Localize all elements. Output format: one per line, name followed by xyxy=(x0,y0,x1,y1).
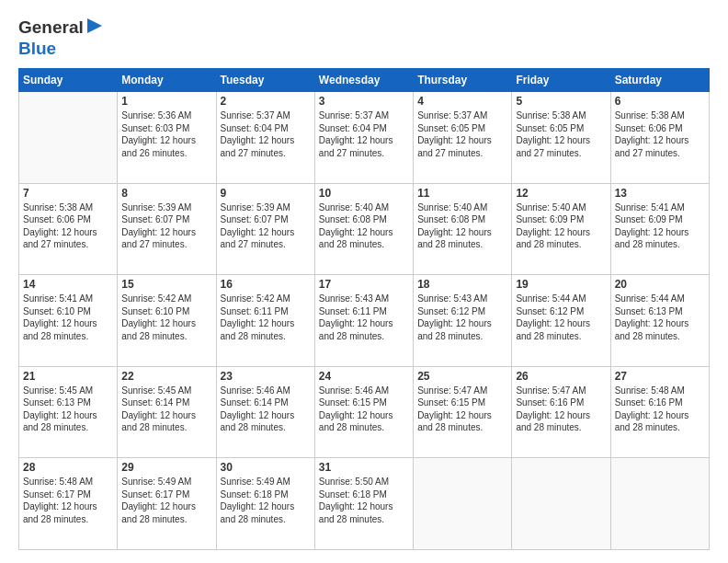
calendar-cell: 26Sunrise: 5:47 AMSunset: 6:16 PMDayligh… xyxy=(512,366,610,458)
cell-text: and 28 minutes. xyxy=(121,513,211,526)
cell-text: and 26 minutes. xyxy=(121,147,211,160)
cell-text: Sunrise: 5:36 AM xyxy=(121,109,211,122)
cell-text: and 28 minutes. xyxy=(615,238,705,251)
day-number: 5 xyxy=(516,95,606,108)
cell-text: Sunset: 6:11 PM xyxy=(221,305,311,318)
cell-text: Daylight: 12 hours xyxy=(417,134,507,147)
day-number: 7 xyxy=(23,187,113,200)
cell-text: Sunset: 6:09 PM xyxy=(615,213,705,226)
day-number: 14 xyxy=(23,278,113,291)
calendar-cell: 16Sunrise: 5:42 AMSunset: 6:11 PMDayligh… xyxy=(216,275,314,367)
day-number: 22 xyxy=(121,370,211,383)
cell-text: and 28 minutes. xyxy=(221,330,311,343)
calendar-cell: 28Sunrise: 5:48 AMSunset: 6:17 PMDayligh… xyxy=(19,458,118,550)
cell-text: and 27 minutes. xyxy=(516,147,606,160)
day-number: 10 xyxy=(319,187,409,200)
cell-text: Daylight: 12 hours xyxy=(319,226,409,239)
cell-text: Daylight: 12 hours xyxy=(417,409,507,422)
calendar-cell: 4Sunrise: 5:37 AMSunset: 6:05 PMDaylight… xyxy=(414,92,512,184)
day-number: 4 xyxy=(417,95,507,108)
cell-text: Daylight: 12 hours xyxy=(23,226,113,239)
cell-text: Sunset: 6:13 PM xyxy=(23,396,113,409)
logo-flag-icon xyxy=(85,17,104,35)
cell-text: Sunrise: 5:47 AM xyxy=(417,385,507,397)
cell-text: Sunrise: 5:37 AM xyxy=(417,109,507,122)
calendar-cell: 20Sunrise: 5:44 AMSunset: 6:13 PMDayligh… xyxy=(610,275,709,367)
day-number: 17 xyxy=(319,278,409,291)
cell-text: Sunset: 6:13 PM xyxy=(615,305,705,318)
header: General Blue xyxy=(18,17,710,59)
cell-text: Daylight: 12 hours xyxy=(319,134,409,147)
cell-text: Sunrise: 5:39 AM xyxy=(121,201,211,214)
cell-text: Sunrise: 5:41 AM xyxy=(23,293,113,305)
cell-text: and 28 minutes. xyxy=(23,330,113,343)
cell-text: Sunrise: 5:38 AM xyxy=(516,109,606,122)
cell-text: Sunset: 6:15 PM xyxy=(417,396,507,409)
day-number: 11 xyxy=(417,187,507,200)
cell-text: Sunrise: 5:40 AM xyxy=(319,201,409,214)
cell-text: Sunrise: 5:50 AM xyxy=(319,476,409,488)
cell-text: Sunset: 6:18 PM xyxy=(221,488,311,501)
cell-text: Sunrise: 5:37 AM xyxy=(319,109,409,122)
calendar-cell: 3Sunrise: 5:37 AMSunset: 6:04 PMDaylight… xyxy=(314,92,413,184)
calendar-header-row: SundayMondayTuesdayWednesdayThursdayFrid… xyxy=(19,69,710,92)
cell-text: and 27 minutes. xyxy=(417,147,507,160)
calendar-header-tuesday: Tuesday xyxy=(216,69,314,92)
calendar-cell: 1Sunrise: 5:36 AMSunset: 6:03 PMDaylight… xyxy=(118,92,216,184)
cell-text: Sunset: 6:10 PM xyxy=(121,305,211,318)
cell-text: Sunrise: 5:42 AM xyxy=(121,293,211,305)
cell-text: Daylight: 12 hours xyxy=(121,500,211,513)
cell-text: and 27 minutes. xyxy=(121,238,211,251)
calendar-cell: 30Sunrise: 5:49 AMSunset: 6:18 PMDayligh… xyxy=(216,458,314,550)
cell-text: Sunrise: 5:43 AM xyxy=(417,293,507,305)
calendar-cell xyxy=(610,458,709,550)
cell-text: Daylight: 12 hours xyxy=(121,409,211,422)
cell-text: Daylight: 12 hours xyxy=(221,500,311,513)
cell-text: Sunrise: 5:38 AM xyxy=(23,201,113,214)
cell-text: Sunset: 6:12 PM xyxy=(516,305,606,318)
cell-text: Daylight: 12 hours xyxy=(615,134,705,147)
day-number: 23 xyxy=(221,370,311,383)
cell-text: Sunset: 6:06 PM xyxy=(615,122,705,135)
calendar-cell: 24Sunrise: 5:46 AMSunset: 6:15 PMDayligh… xyxy=(314,366,413,458)
calendar-cell: 12Sunrise: 5:40 AMSunset: 6:09 PMDayligh… xyxy=(512,183,610,275)
calendar-header-monday: Monday xyxy=(118,69,216,92)
cell-text: and 28 minutes. xyxy=(417,330,507,343)
calendar-cell: 25Sunrise: 5:47 AMSunset: 6:15 PMDayligh… xyxy=(414,366,512,458)
cell-text: Sunset: 6:03 PM xyxy=(121,122,211,135)
cell-text: and 28 minutes. xyxy=(615,421,705,434)
day-number: 3 xyxy=(319,95,409,108)
calendar-cell: 7Sunrise: 5:38 AMSunset: 6:06 PMDaylight… xyxy=(19,183,118,275)
cell-text: Daylight: 12 hours xyxy=(516,409,606,422)
cell-text: Sunrise: 5:48 AM xyxy=(615,385,705,397)
cell-text: and 28 minutes. xyxy=(417,421,507,434)
cell-text: Daylight: 12 hours xyxy=(23,500,113,513)
day-number: 8 xyxy=(121,187,211,200)
calendar-cell: 10Sunrise: 5:40 AMSunset: 6:08 PMDayligh… xyxy=(314,183,413,275)
cell-text: Sunset: 6:12 PM xyxy=(417,305,507,318)
logo: General Blue xyxy=(18,17,104,59)
day-number: 29 xyxy=(121,461,211,474)
cell-text: and 28 minutes. xyxy=(319,238,409,251)
cell-text: Sunrise: 5:49 AM xyxy=(221,476,311,488)
calendar-cell: 29Sunrise: 5:49 AMSunset: 6:17 PMDayligh… xyxy=(118,458,216,550)
cell-text: Daylight: 12 hours xyxy=(615,317,705,330)
day-number: 31 xyxy=(319,461,409,474)
calendar-header-friday: Friday xyxy=(512,69,610,92)
cell-text: Sunset: 6:15 PM xyxy=(319,396,409,409)
cell-text: Daylight: 12 hours xyxy=(221,226,311,239)
calendar-table: SundayMondayTuesdayWednesdayThursdayFrid… xyxy=(18,68,710,550)
cell-text: and 28 minutes. xyxy=(516,330,606,343)
cell-text: Daylight: 12 hours xyxy=(221,317,311,330)
cell-text: Sunset: 6:08 PM xyxy=(319,213,409,226)
calendar-cell: 11Sunrise: 5:40 AMSunset: 6:08 PMDayligh… xyxy=(414,183,512,275)
cell-text: Sunrise: 5:43 AM xyxy=(319,293,409,305)
calendar-cell: 17Sunrise: 5:43 AMSunset: 6:11 PMDayligh… xyxy=(314,275,413,367)
cell-text: Sunset: 6:14 PM xyxy=(221,396,311,409)
calendar-cell xyxy=(512,458,610,550)
calendar-week-row: 28Sunrise: 5:48 AMSunset: 6:17 PMDayligh… xyxy=(19,458,710,550)
calendar-header-wednesday: Wednesday xyxy=(314,69,413,92)
cell-text: and 28 minutes. xyxy=(319,513,409,526)
day-number: 28 xyxy=(23,461,113,474)
day-number: 30 xyxy=(221,461,311,474)
